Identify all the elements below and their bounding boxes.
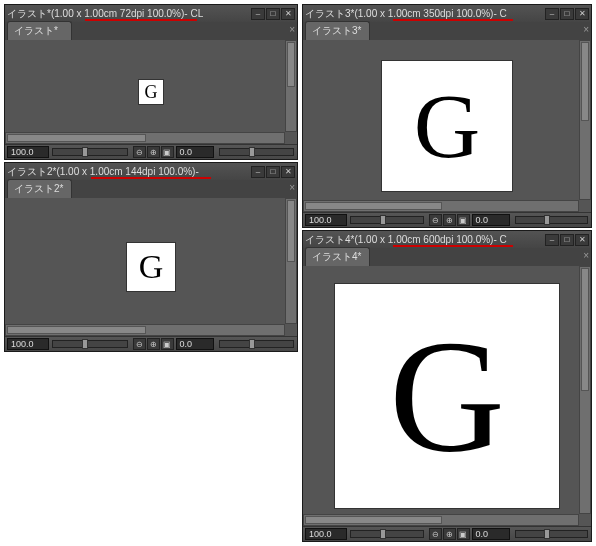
slider-knob[interactable] [544,529,550,539]
maximize-button[interactable]: □ [560,8,574,20]
zoom-slider[interactable] [350,216,424,224]
close-button[interactable]: ✕ [281,8,295,20]
minimize-button[interactable]: – [251,166,265,178]
zoom-value[interactable]: 100.0 [305,528,347,540]
close-button[interactable]: ✕ [281,166,295,178]
rotation-slider[interactable] [515,216,589,224]
canvas-paper[interactable]: G [139,80,163,104]
titlebar[interactable]: イラスト2* (1.00 x 1.00cm 144dpi 100.0%) -–□… [5,163,297,180]
minimize-button[interactable]: – [545,8,559,20]
canvas-paper[interactable]: G [335,284,559,508]
scrollbar-thumb[interactable] [581,268,589,391]
zoom-out-button[interactable]: ⊖ [429,528,442,540]
document-window: イラスト3* (1.00 x 1.00cm 350dpi 100.0%) - C… [302,4,592,228]
scrollbar-thumb[interactable] [305,202,442,210]
document-tab[interactable]: イラスト4* [305,247,370,266]
zoom-in-button[interactable]: ⊕ [147,146,160,158]
canvas-area[interactable]: G [5,40,297,144]
slider-knob[interactable] [544,215,550,225]
fit-button[interactable]: ▣ [161,146,174,158]
titlebar[interactable]: イラスト* (1.00 x 1.00cm 72dpi 100.0%) - CL–… [5,5,297,22]
tab-close-icon[interactable]: × [583,250,589,261]
slider-knob[interactable] [380,529,386,539]
window-title: イラスト3* [305,7,354,21]
close-button[interactable]: ✕ [575,8,589,20]
slider-knob[interactable] [249,147,255,157]
horizontal-scrollbar[interactable] [303,514,579,526]
horizontal-scrollbar[interactable] [5,324,285,336]
fit-button[interactable]: ▣ [457,528,470,540]
vertical-scrollbar[interactable] [579,266,591,514]
zoom-slider[interactable] [350,530,424,538]
document-tab[interactable]: イラスト2* [7,179,72,198]
rotation-value[interactable]: 0.0 [472,528,510,540]
tab-bar: イラスト4*× [303,248,591,266]
tab-close-icon[interactable]: × [289,182,295,193]
zoom-in-button[interactable]: ⊕ [147,338,160,350]
zoom-in-button[interactable]: ⊕ [443,528,456,540]
titlebar[interactable]: イラスト3* (1.00 x 1.00cm 350dpi 100.0%) - C… [303,5,591,22]
close-button[interactable]: ✕ [575,234,589,246]
window-title-suffix: - CL [184,8,203,19]
window-title-detail: (1.00 x 1.00cm 350dpi 100.0%) [354,8,493,19]
tab-close-icon[interactable]: × [289,24,295,35]
slider-knob[interactable] [380,215,386,225]
scrollbar-thumb[interactable] [7,134,146,142]
scrollbar-thumb[interactable] [287,200,295,262]
minimize-button[interactable]: – [251,8,265,20]
canvas-paper[interactable]: G [127,243,175,291]
zoom-value[interactable]: 100.0 [305,214,347,226]
rotation-value[interactable]: 0.0 [176,146,214,158]
zoom-slider[interactable] [52,148,128,156]
document-tab[interactable]: イラスト3* [305,21,370,40]
zoom-slider[interactable] [52,340,128,348]
slider-knob[interactable] [82,339,88,349]
highlight-underline [393,19,513,21]
canvas-paper[interactable]: G [382,61,512,191]
tab-close-icon[interactable]: × [583,24,589,35]
canvas-area[interactable]: G [303,266,591,526]
zoom-value[interactable]: 100.0 [7,338,49,350]
maximize-button[interactable]: □ [266,166,280,178]
window-title: イラスト2* [7,165,56,179]
horizontal-scrollbar[interactable] [303,200,579,212]
zoom-out-button[interactable]: ⊖ [133,338,146,350]
canvas-area[interactable]: G [303,40,591,212]
maximize-button[interactable]: □ [266,8,280,20]
scrollbar-thumb[interactable] [305,516,442,524]
zoom-value[interactable]: 100.0 [7,146,49,158]
rotation-value[interactable]: 0.0 [176,338,214,350]
tab-bar: イラスト*× [5,22,297,40]
fit-button[interactable]: ▣ [457,214,470,226]
minimize-button[interactable]: – [545,234,559,246]
document-tab[interactable]: イラスト* [7,21,72,40]
rotation-slider[interactable] [219,148,295,156]
rotation-value[interactable]: 0.0 [472,214,510,226]
horizontal-scrollbar[interactable] [5,132,285,144]
scrollbar-thumb[interactable] [287,42,295,87]
canvas-area[interactable]: G [5,198,297,336]
scrollbar-thumb[interactable] [7,326,146,334]
highlight-underline [393,245,513,247]
titlebar[interactable]: イラスト4* (1.00 x 1.00cm 600dpi 100.0%) - C… [303,231,591,248]
slider-knob[interactable] [249,339,255,349]
fit-button[interactable]: ▣ [161,338,174,350]
scrollbar-thumb[interactable] [581,42,589,121]
zoom-out-button[interactable]: ⊖ [133,146,146,158]
window-title: イラスト4* [305,233,354,247]
window-controls: –□✕ [251,166,295,178]
maximize-button[interactable]: □ [560,234,574,246]
vertical-scrollbar[interactable] [285,198,297,324]
drawn-glyph: G [414,73,480,179]
vertical-scrollbar[interactable] [285,40,297,132]
zoom-out-button[interactable]: ⊖ [429,214,442,226]
window-title-suffix: - C [493,8,506,19]
status-bar: 100.0⊖⊕▣0.0 [5,336,297,351]
vertical-scrollbar[interactable] [579,40,591,200]
rotation-slider[interactable] [219,340,295,348]
zoom-in-button[interactable]: ⊕ [443,214,456,226]
rotation-slider[interactable] [515,530,589,538]
slider-knob[interactable] [82,147,88,157]
window-title-suffix: - [195,166,198,177]
document-window: イラスト2* (1.00 x 1.00cm 144dpi 100.0%) -–□… [4,162,298,352]
